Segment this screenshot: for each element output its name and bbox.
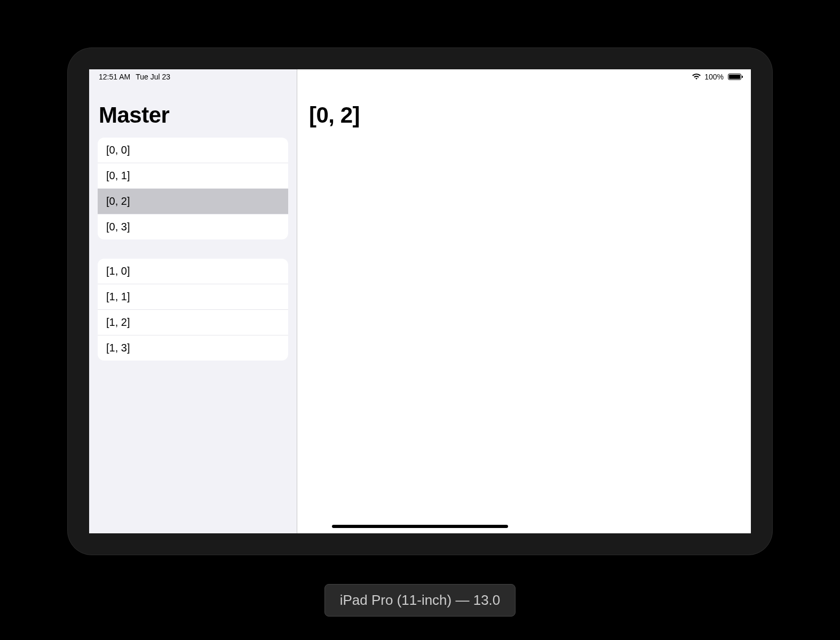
list-item[interactable]: [0, 0] [98,138,288,163]
list-item[interactable]: [0, 2] [98,189,288,214]
list-item[interactable]: [1, 1] [98,284,288,310]
status-right: 100% [692,73,741,81]
status-bar: 12:51 AM Tue Jul 23 100% [89,69,751,84]
list-item[interactable]: [1, 2] [98,310,288,335]
master-title: Master [89,96,297,138]
list-item[interactable]: [0, 3] [98,214,288,239]
detail-title: [0, 2] [297,96,751,134]
home-indicator[interactable] [332,525,508,528]
list-section-0: [0, 0] [0, 1] [0, 2] [0, 3] [98,138,288,239]
status-time: 12:51 AM [99,73,130,81]
screen: 12:51 AM Tue Jul 23 100% Master [0, 0] [… [89,69,751,533]
list-section-1: [1, 0] [1, 1] [1, 2] [1, 3] [98,259,288,361]
master-panel: Master [0, 0] [0, 1] [0, 2] [0, 3] [1, 0… [89,69,297,533]
wifi-icon [692,73,701,81]
battery-percent: 100% [704,73,724,81]
battery-icon [728,74,741,80]
list-item[interactable]: [1, 3] [98,335,288,361]
detail-panel: [0, 2] [297,69,751,533]
list-item[interactable]: [0, 1] [98,163,288,189]
device-frame: 12:51 AM Tue Jul 23 100% Master [0, 0] [… [68,48,772,555]
status-date: Tue Jul 23 [136,73,170,81]
list-item[interactable]: [1, 0] [98,259,288,284]
status-left: 12:51 AM Tue Jul 23 [99,73,170,81]
device-label: iPad Pro (11-inch) — 13.0 [324,584,516,617]
